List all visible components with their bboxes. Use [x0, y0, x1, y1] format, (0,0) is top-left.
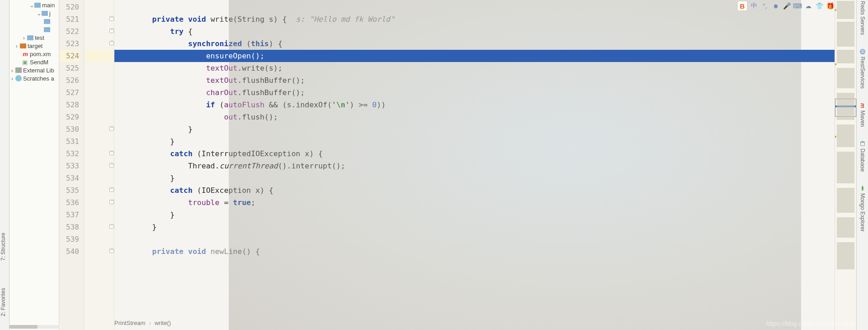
fold-marker-icon[interactable]	[109, 249, 114, 253]
fold-column[interactable]	[84, 0, 114, 330]
editor-minimap[interactable]	[835, 0, 856, 330]
line-number[interactable]: 523	[59, 38, 79, 50]
tree-item[interactable]: SendM	[30, 59, 48, 66]
tab-redis[interactable]: Redis Servers	[859, 1, 866, 35]
mic-icon[interactable]: 🎤	[783, 2, 791, 10]
code-line: }	[114, 123, 835, 135]
chevron-down-icon[interactable]: ⌄	[37, 10, 40, 17]
ime-icon[interactable]: 中	[750, 2, 758, 10]
breadcrumb[interactable]: PrintStream › write()	[114, 320, 171, 326]
line-number[interactable]: 529	[59, 111, 79, 123]
fold-marker-icon[interactable]	[109, 126, 114, 131]
maven-icon: m	[859, 102, 866, 109]
folder-icon	[34, 3, 41, 8]
tree-item[interactable]: target	[28, 43, 42, 49]
tab-favorites[interactable]: 2: Favorites	[0, 288, 9, 316]
tab-database[interactable]: Database	[859, 140, 866, 172]
left-tool-tabs: 7: Structure 2: Favorites	[0, 0, 9, 330]
tree-item[interactable]: pom.xm	[30, 51, 51, 57]
line-number[interactable]: 532	[59, 148, 79, 160]
fold-marker-icon[interactable]	[109, 224, 114, 229]
line-number[interactable]: 540	[59, 245, 79, 258]
code-line: trouble = true;	[114, 196, 835, 209]
emoji-icon[interactable]: ☻	[772, 2, 780, 10]
skin-icon[interactable]: 👕	[815, 2, 823, 10]
line-number[interactable]: 538	[59, 221, 79, 233]
code-line: try {	[114, 25, 835, 38]
code-line: }	[114, 209, 835, 221]
punct-icon[interactable]: °,	[761, 2, 769, 10]
line-number[interactable]: 536	[59, 196, 79, 209]
line-number[interactable]: 539	[59, 233, 79, 245]
code-line	[114, 233, 835, 245]
chevron-right-icon: ›	[149, 320, 151, 326]
code-line: }	[114, 135, 835, 148]
line-number[interactable]: 521	[59, 13, 79, 25]
code-editor[interactable]: private void write(String s) { s: "Hello…	[114, 0, 835, 330]
gutter-highlight	[84, 50, 114, 62]
line-number[interactable]: 533	[59, 160, 79, 172]
breadcrumb-item[interactable]: write()	[155, 320, 171, 326]
project-tree[interactable]: ⌄main ⌄j ›test ›target mpom.xm ▣SendM ›E…	[9, 0, 59, 330]
tab-structure[interactable]: 7: Structure	[0, 233, 9, 261]
tab-maven[interactable]: mMaven	[859, 102, 866, 127]
line-number[interactable]: 535	[59, 184, 79, 196]
editor-gutter[interactable]: 5205215225235245255265275285295305315325…	[59, 0, 84, 330]
line-number[interactable]: 534	[59, 172, 79, 184]
code-line: private void write(String s) { s: "Hello…	[114, 13, 835, 25]
gift-icon[interactable]: 🎁	[826, 2, 834, 10]
tree-item[interactable]: External Lib	[23, 67, 54, 74]
line-number[interactable]: 526	[59, 74, 79, 86]
line-number[interactable]: 528	[59, 99, 79, 111]
keyboard-icon[interactable]: ⌨	[793, 2, 802, 10]
line-number[interactable]: 527	[59, 86, 79, 99]
tab-rest[interactable]: RestServices	[859, 48, 866, 89]
fold-marker-icon[interactable]	[109, 151, 114, 155]
line-number[interactable]: 525	[59, 62, 79, 74]
code-line: synchronized (this) {	[114, 38, 835, 50]
code-line: out.flush();	[114, 111, 835, 123]
code-line: }	[114, 221, 835, 233]
line-number[interactable]: 524	[59, 50, 79, 62]
chevron-right-icon[interactable]: ›	[10, 67, 14, 74]
line-number[interactable]: 520	[59, 1, 79, 13]
fold-marker-icon[interactable]	[109, 200, 114, 204]
code-line	[114, 1, 835, 13]
chevron-right-icon[interactable]: ›	[10, 75, 14, 82]
tree-item[interactable]: Scratches a	[23, 75, 54, 82]
code-line: Thread.currentThread().interrupt();	[114, 160, 835, 172]
fold-marker-icon[interactable]	[109, 187, 114, 192]
tree-item[interactable]: main	[42, 2, 55, 9]
tree-item[interactable]: j	[49, 10, 51, 17]
tree-item[interactable]: test	[35, 34, 44, 41]
code-line: private void newLine() {	[114, 245, 835, 258]
chevron-right-icon[interactable]: ›	[15, 43, 19, 49]
cloud-icon[interactable]: ☁	[804, 2, 812, 10]
project-scrollbar[interactable]	[9, 325, 59, 329]
blog-icon[interactable]: B	[737, 1, 747, 11]
maven-icon: m	[22, 51, 28, 57]
globe-icon	[859, 48, 866, 55]
breadcrumb-item[interactable]: PrintStream	[114, 320, 146, 326]
chevron-right-icon[interactable]: ›	[22, 34, 26, 41]
tab-mongo[interactable]: Mongo Explorer	[859, 185, 866, 232]
line-number[interactable]: 522	[59, 25, 79, 38]
fold-marker-icon[interactable]	[109, 29, 114, 33]
line-number[interactable]: 530	[59, 123, 79, 135]
fold-marker-icon[interactable]	[109, 16, 114, 21]
line-number[interactable]: 537	[59, 209, 79, 221]
fold-marker-icon[interactable]	[109, 163, 114, 167]
scrollbar-thumb[interactable]	[9, 325, 38, 329]
folder-icon	[44, 27, 50, 32]
fold-marker-icon[interactable]	[109, 41, 114, 45]
line-number[interactable]: 531	[59, 135, 79, 148]
folder-icon	[44, 19, 50, 24]
chevron-down-icon[interactable]: ⌄	[29, 2, 33, 9]
leaf-icon	[859, 185, 866, 191]
right-tool-tabs: Redis Servers RestServices mMaven Databa…	[856, 0, 868, 330]
folder-icon	[27, 35, 33, 40]
scratches-icon	[15, 75, 22, 81]
code-line-selected: ensureOpen();	[114, 50, 835, 62]
library-icon	[15, 67, 22, 73]
code-line: if (autoFlush && (s.indexOf('\n') >= 0))	[114, 99, 835, 111]
